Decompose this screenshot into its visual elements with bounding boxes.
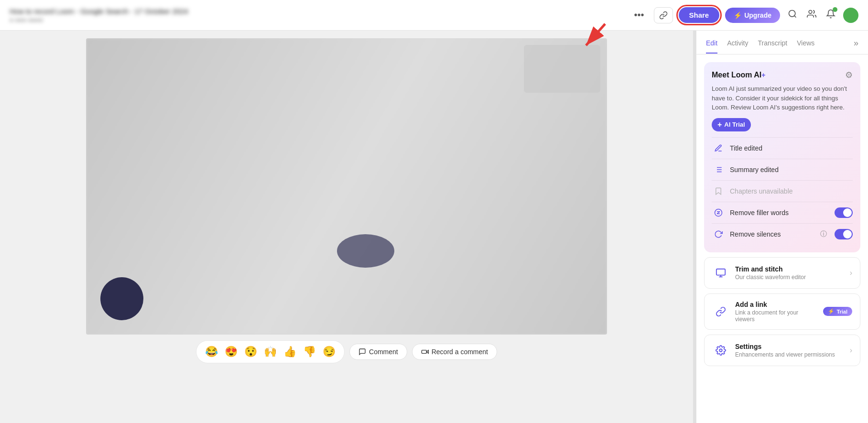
trial-plus-icon: + — [717, 120, 722, 129]
add-link-card[interactable]: Add a link Link a document for your view… — [704, 293, 860, 330]
ai-filler-label: Remove filler words — [730, 209, 830, 217]
tab-edit[interactable]: Edit — [706, 39, 717, 54]
comment-button[interactable]: Comment — [349, 344, 407, 360]
ai-settings-icon[interactable]: ⚙ — [845, 70, 853, 80]
ai-card: Meet Loom AI+ ⚙ Loom AI just summarized … — [704, 62, 860, 252]
filler-toggle[interactable] — [835, 207, 853, 218]
trim-chevron-icon: › — [850, 269, 852, 277]
main-content: 😂 😍 😯 🙌 👍 👎 😏 Comment Record a comment — [0, 31, 868, 423]
chapters-icon — [712, 184, 725, 198]
title-icon — [712, 141, 725, 155]
svg-point-2 — [809, 11, 812, 14]
trim-stitch-card[interactable]: Trim and stitch Our classic waveform edi… — [704, 257, 860, 289]
tab-transcript[interactable]: Transcript — [758, 39, 787, 54]
ai-silences-label: Remove silences — [730, 230, 815, 238]
settings-info: Settings Enhancements and viewer permiss… — [735, 343, 844, 358]
video-area: 😂 😍 😯 🙌 👍 👎 😏 Comment Record a comment — [0, 31, 693, 423]
trial-lightning-icon: ⚡ — [828, 308, 835, 315]
upgrade-button[interactable]: ⚡ Upgrade — [725, 8, 780, 23]
trim-icon — [712, 264, 729, 282]
contacts-button[interactable] — [805, 7, 818, 23]
emoji-heart-eyes[interactable]: 😍 — [223, 344, 239, 360]
settings-title: Settings — [735, 343, 844, 350]
avatar[interactable] — [843, 8, 858, 23]
ai-summary-label: Summary edited — [730, 166, 853, 174]
add-link-info: Add a link Link a document for your view… — [735, 301, 817, 323]
emoji-thumbs-up[interactable]: 👍 — [282, 344, 298, 360]
svg-line-1 — [794, 16, 796, 18]
topnav: How to record Loom - Google Search - 17 … — [0, 0, 868, 31]
video-inset — [524, 45, 600, 93]
tab-activity[interactable]: Activity — [727, 39, 748, 54]
video-avatar — [100, 277, 143, 320]
emoji-smirk[interactable]: 😏 — [321, 344, 337, 360]
ai-item-summary[interactable]: Summary edited — [712, 159, 853, 180]
settings-subtitle: Enhancements and viewer permissions — [735, 351, 844, 358]
emoji-raise-hands[interactable]: 🙌 — [262, 344, 279, 360]
ai-title-label: Title edited — [730, 144, 853, 152]
copy-link-button[interactable] — [654, 7, 673, 23]
trim-right: › — [850, 269, 852, 277]
svg-rect-4 — [422, 350, 426, 354]
add-link-right: ⚡ Trial — [823, 307, 852, 316]
tab-views[interactable]: Views — [797, 39, 814, 54]
trim-title: Trim and stitch — [735, 265, 844, 273]
ai-item-chapters: Chapters unavailable — [712, 180, 853, 202]
ai-chapters-label: Chapters unavailable — [730, 187, 853, 195]
silences-info-icon[interactable]: ⓘ — [820, 230, 827, 239]
settings-right: › — [850, 346, 852, 355]
ai-item-filler: Remove filler words — [712, 202, 853, 223]
emoji-laugh[interactable]: 😂 — [203, 344, 220, 360]
ai-trial-badge[interactable]: + AI Trial — [712, 118, 751, 131]
trim-info: Trim and stitch Our classic waveform edi… — [735, 265, 844, 281]
svg-point-19 — [719, 349, 722, 352]
topnav-actions: ••• Share ⚡ Upgrade — [630, 7, 858, 23]
emoji-wow[interactable]: 😯 — [242, 344, 259, 360]
svg-point-0 — [789, 11, 795, 17]
add-link-subtitle: Link a document for your viewers — [735, 309, 817, 323]
add-link-title: Add a link — [735, 301, 817, 308]
svg-rect-16 — [716, 269, 725, 275]
add-link-trial-badge: ⚡ Trial — [823, 307, 852, 316]
emoji-thumbs-down[interactable]: 👎 — [301, 344, 318, 360]
record-icon — [421, 348, 429, 356]
video-blob — [337, 234, 394, 268]
page-meta: ● ●●● ●●●● — [10, 16, 624, 23]
emoji-group: 😂 😍 😯 🙌 👍 👎 😏 — [196, 340, 345, 363]
summary-icon — [712, 163, 725, 176]
video-container[interactable] — [86, 38, 607, 335]
notifications-button[interactable] — [824, 7, 837, 23]
share-button[interactable]: Share — [679, 7, 720, 23]
notification-dot — [833, 7, 837, 12]
silences-icon — [712, 228, 725, 241]
ai-item-title[interactable]: Title edited — [712, 137, 853, 159]
search-button[interactable] — [786, 7, 799, 23]
comment-icon — [358, 348, 366, 356]
ai-card-description: Loom AI just summarized your video so yo… — [712, 84, 853, 112]
contacts-icon — [807, 9, 816, 19]
link-icon — [659, 11, 668, 20]
right-panel: Edit Activity Transcript Views » Meet Lo… — [696, 31, 868, 423]
panel-tabs: Edit Activity Transcript Views » — [696, 31, 868, 54]
trim-subtitle: Our classic waveform editor — [735, 274, 844, 281]
video-controls: 😂 😍 😯 🙌 👍 👎 😏 Comment Record a comment — [196, 340, 497, 363]
settings-icon — [712, 342, 729, 359]
link-card-icon — [712, 303, 729, 320]
more-button[interactable]: ••• — [630, 8, 648, 22]
record-comment-button[interactable]: Record a comment — [412, 344, 497, 360]
ai-card-header: Meet Loom AI+ ⚙ — [712, 70, 853, 80]
panel-content: Meet Loom AI+ ⚙ Loom AI just summarized … — [696, 54, 868, 374]
page-title: How to record Loom - Google Search - 17 … — [10, 7, 624, 15]
settings-chevron-icon: › — [850, 346, 852, 355]
upgrade-icon: ⚡ — [734, 11, 742, 19]
ai-card-title: Meet Loom AI+ — [712, 71, 765, 79]
filler-icon — [712, 206, 725, 219]
silences-toggle[interactable] — [835, 229, 853, 239]
ai-item-silences: Remove silences ⓘ — [712, 223, 853, 245]
search-icon — [788, 9, 797, 19]
settings-card[interactable]: Settings Enhancements and viewer permiss… — [704, 335, 860, 366]
collapse-panel-button[interactable]: » — [854, 38, 858, 54]
